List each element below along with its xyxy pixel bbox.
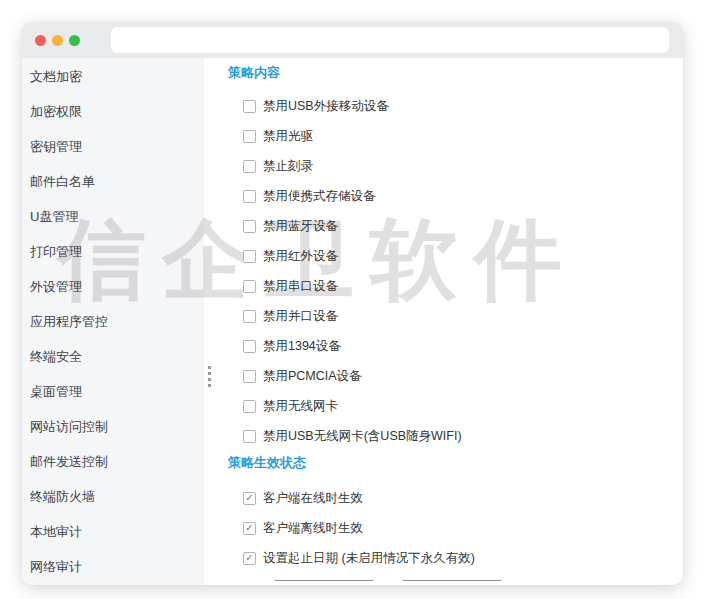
policy-checkbox-row[interactable]: 禁用便携式存储设备 <box>228 181 673 211</box>
sidebar-item-label: 应用程序管控 <box>30 314 108 329</box>
policy-checkbox-row[interactable]: 禁用USB外接移动设备 <box>228 91 673 121</box>
checkbox[interactable]: ✓ <box>243 492 256 505</box>
checkbox[interactable] <box>243 100 256 113</box>
policy-checkbox-row[interactable]: 禁用USB无线网卡(含USB随身WIFI) <box>228 421 673 451</box>
sidebar-item[interactable]: 应用程序管控 <box>22 304 204 339</box>
start-date-field[interactable] <box>275 577 373 581</box>
policy-checkbox-row[interactable]: 禁用红外设备 <box>228 241 673 271</box>
sidebar-item[interactable]: 网站访问控制 <box>22 409 204 444</box>
sidebar-item[interactable]: U盘管理 <box>22 199 204 234</box>
checkbox[interactable] <box>243 160 256 173</box>
sidebar-item[interactable]: 邮件发送控制 <box>22 444 204 479</box>
sidebar-item-label: 文档加密 <box>30 69 82 84</box>
sidebar-item-label: 终端安全 <box>30 349 82 364</box>
policy-checkbox-row[interactable]: ✓ 设置起止日期 (未启用情况下永久有效) <box>228 543 673 573</box>
checkbox-label: 禁用PCMCIA设备 <box>263 368 362 385</box>
policy-section: 策略生效状态 ✓ 客户端在线时生效 ✓ 客户端离线时生效 ✓ 设置起止日期 (未… <box>228 455 673 573</box>
policy-checkbox-row[interactable]: 禁用蓝牙设备 <box>228 211 673 241</box>
checkbox-label: 禁用1394设备 <box>263 338 341 355</box>
policy-checkbox-row[interactable]: 禁用并口设备 <box>228 301 673 331</box>
sidebar-item-label: 终端防火墙 <box>30 489 95 504</box>
sidebar-item[interactable]: 加密权限 <box>22 94 204 129</box>
policy-checkbox-row[interactable]: 禁用串口设备 <box>228 271 673 301</box>
policy-checkbox-row[interactable]: ✓ 客户端离线时生效 <box>228 513 673 543</box>
section-title: 策略内容 <box>228 65 673 81</box>
sidebar-item[interactable]: 密钥管理 <box>22 129 204 164</box>
checkbox-label: 禁用USB无线网卡(含USB随身WIFI) <box>263 428 462 445</box>
checkbox-label: 设置起止日期 (未启用情况下永久有效) <box>263 550 475 567</box>
checkbox[interactable] <box>243 430 256 443</box>
checkbox[interactable]: ✓ <box>243 522 256 535</box>
policy-checkbox-row[interactable]: 禁用1394设备 <box>228 331 673 361</box>
sidebar-item-label: 网站访问控制 <box>30 419 108 434</box>
sidebar-item[interactable]: 桌面管理 <box>22 374 204 409</box>
traffic-lights <box>35 35 86 46</box>
policy-sections: 策略内容 禁用USB外接移动设备 禁用光驱 禁止刻录 禁用便携式存储设备 禁用蓝… <box>228 65 673 573</box>
checkbox[interactable] <box>243 190 256 203</box>
sidebar-item-label: 邮件白名单 <box>30 174 95 189</box>
checkbox-label: 禁用光驱 <box>263 128 313 145</box>
sidebar-item-label: U盘管理 <box>30 209 78 224</box>
section-rows: 禁用USB外接移动设备 禁用光驱 禁止刻录 禁用便携式存储设备 禁用蓝牙设备 禁… <box>228 91 673 451</box>
checkbox-label: 禁用无线网卡 <box>263 398 338 415</box>
sidebar-item[interactable]: 邮件白名单 <box>22 164 204 199</box>
end-date-field[interactable] <box>403 577 501 581</box>
date-range-fields <box>228 577 673 581</box>
checkbox[interactable] <box>243 340 256 353</box>
section-rows: ✓ 客户端在线时生效 ✓ 客户端离线时生效 ✓ 设置起止日期 (未启用情况下永久… <box>228 483 673 573</box>
checkbox-label: 禁止刻录 <box>263 158 313 175</box>
sidebar-item-label: 网络审计 <box>30 559 82 574</box>
checkbox-label: 禁用串口设备 <box>263 278 338 295</box>
sidebar-item[interactable]: 本地审计 <box>22 514 204 549</box>
sidebar-resize-handle[interactable] <box>206 364 213 389</box>
address-bar-input[interactable] <box>111 27 669 53</box>
checkbox[interactable] <box>243 220 256 233</box>
close-window-button[interactable] <box>35 35 46 46</box>
section-title: 策略生效状态 <box>228 455 673 471</box>
checkbox-label: 禁用并口设备 <box>263 308 338 325</box>
checkbox-label: 禁用USB外接移动设备 <box>263 98 389 115</box>
policy-checkbox-row[interactable]: 禁用光驱 <box>228 121 673 151</box>
sidebar-item[interactable]: 外设管理 <box>22 269 204 304</box>
checkbox[interactable] <box>243 130 256 143</box>
checkbox-label: 禁用蓝牙设备 <box>263 218 338 235</box>
policy-section: 策略内容 禁用USB外接移动设备 禁用光驱 禁止刻录 禁用便携式存储设备 禁用蓝… <box>228 65 673 451</box>
sidebar-item-label: 桌面管理 <box>30 384 82 399</box>
policy-checkbox-row[interactable]: 禁用无线网卡 <box>228 391 673 421</box>
window-titlebar <box>22 22 683 58</box>
policy-checkbox-row[interactable]: 禁用PCMCIA设备 <box>228 361 673 391</box>
sidebar-item[interactable]: 终端安全 <box>22 339 204 374</box>
minimize-window-button[interactable] <box>52 35 63 46</box>
checkbox-label: 禁用红外设备 <box>263 248 338 265</box>
app-window: 信企卫软件 文档加密 加密权限 密钥管理 邮件白名单 U盘管理 打印管理 外设管… <box>22 22 683 585</box>
checkbox[interactable]: ✓ <box>243 552 256 565</box>
checkbox[interactable] <box>243 310 256 323</box>
checkbox[interactable] <box>243 400 256 413</box>
policy-content-panel: 策略内容 禁用USB外接移动设备 禁用光驱 禁止刻录 禁用便携式存储设备 禁用蓝… <box>204 58 683 585</box>
sidebar-item[interactable]: 网络审计 <box>22 549 204 584</box>
sidebar-item-label: 密钥管理 <box>30 139 82 154</box>
sidebar: 文档加密 加密权限 密钥管理 邮件白名单 U盘管理 打印管理 外设管理 应用程序… <box>22 58 204 585</box>
checkbox-label: 客户端在线时生效 <box>263 490 363 507</box>
sidebar-item[interactable]: 终端防火墙 <box>22 479 204 514</box>
checkbox[interactable] <box>243 280 256 293</box>
checkbox-label: 客户端离线时生效 <box>263 520 363 537</box>
sidebar-item[interactable]: 文档加密 <box>22 59 204 94</box>
sidebar-item-label: 本地审计 <box>30 524 82 539</box>
sidebar-item-label: 邮件发送控制 <box>30 454 108 469</box>
sidebar-item-label: 加密权限 <box>30 104 82 119</box>
sidebar-item-label: 打印管理 <box>30 244 82 259</box>
checkbox[interactable] <box>243 250 256 263</box>
maximize-window-button[interactable] <box>69 35 80 46</box>
sidebar-item-label: 外设管理 <box>30 279 82 294</box>
policy-checkbox-row[interactable]: ✓ 客户端在线时生效 <box>228 483 673 513</box>
checkbox[interactable] <box>243 370 256 383</box>
sidebar-item[interactable]: 打印管理 <box>22 234 204 269</box>
policy-checkbox-row[interactable]: 禁止刻录 <box>228 151 673 181</box>
checkbox-label: 禁用便携式存储设备 <box>263 188 376 205</box>
